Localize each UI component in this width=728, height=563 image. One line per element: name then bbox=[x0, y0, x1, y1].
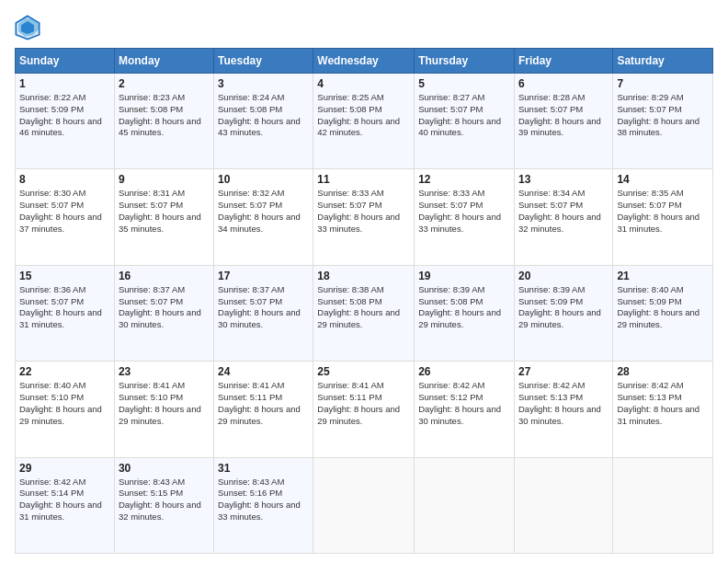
day-number: 11 bbox=[317, 173, 410, 186]
day-number: 16 bbox=[119, 270, 210, 282]
day-number: 15 bbox=[19, 270, 110, 282]
calendar-cell: 23 Sunrise: 8:41 AM Sunset: 5:10 PM Dayl… bbox=[114, 362, 213, 457]
day-info: Sunrise: 8:42 AM Sunset: 5:13 PM Dayligh… bbox=[617, 380, 709, 427]
day-number: 28 bbox=[617, 365, 709, 378]
calendar-cell: 28 Sunrise: 8:42 AM Sunset: 5:13 PM Dayl… bbox=[613, 362, 713, 457]
calendar-cell: 3 Sunrise: 8:24 AM Sunset: 5:08 PM Dayli… bbox=[214, 74, 313, 169]
day-number: 27 bbox=[518, 365, 609, 378]
day-info: Sunrise: 8:38 AM Sunset: 5:08 PM Dayligh… bbox=[317, 284, 410, 331]
calendar-cell: 31 Sunrise: 8:43 AM Sunset: 5:16 PM Dayl… bbox=[214, 457, 313, 553]
logo-icon bbox=[15, 15, 40, 40]
calendar-cell: 27 Sunrise: 8:42 AM Sunset: 5:13 PM Dayl… bbox=[514, 362, 612, 457]
day-number: 8 bbox=[19, 173, 110, 186]
calendar-week-4: 22 Sunrise: 8:40 AM Sunset: 5:10 PM Dayl… bbox=[16, 362, 713, 457]
page: SundayMondayTuesdayWednesdayThursdayFrid… bbox=[0, 0, 728, 563]
calendar-cell: 4 Sunrise: 8:25 AM Sunset: 5:08 PM Dayli… bbox=[313, 74, 415, 169]
day-number: 21 bbox=[617, 270, 709, 282]
calendar-week-2: 8 Sunrise: 8:30 AM Sunset: 5:07 PM Dayli… bbox=[16, 169, 713, 265]
day-number: 25 bbox=[317, 365, 410, 378]
weekday-sunday: Sunday bbox=[16, 49, 115, 74]
calendar-cell: 10 Sunrise: 8:32 AM Sunset: 5:07 PM Dayl… bbox=[214, 169, 313, 265]
calendar-header: SundayMondayTuesdayWednesdayThursdayFrid… bbox=[16, 49, 713, 74]
day-info: Sunrise: 8:27 AM Sunset: 5:07 PM Dayligh… bbox=[418, 92, 510, 139]
calendar-cell: 8 Sunrise: 8:30 AM Sunset: 5:07 PM Dayli… bbox=[16, 169, 115, 265]
day-info: Sunrise: 8:28 AM Sunset: 5:07 PM Dayligh… bbox=[518, 92, 609, 139]
calendar-cell bbox=[415, 457, 515, 553]
calendar-cell: 5 Sunrise: 8:27 AM Sunset: 5:07 PM Dayli… bbox=[415, 74, 515, 169]
day-info: Sunrise: 8:37 AM Sunset: 5:07 PM Dayligh… bbox=[119, 284, 210, 331]
day-info: Sunrise: 8:40 AM Sunset: 5:09 PM Dayligh… bbox=[617, 284, 709, 331]
day-number: 1 bbox=[19, 77, 110, 90]
day-number: 26 bbox=[418, 365, 510, 378]
day-number: 22 bbox=[19, 365, 110, 378]
calendar-cell: 9 Sunrise: 8:31 AM Sunset: 5:07 PM Dayli… bbox=[114, 169, 213, 265]
calendar-cell: 1 Sunrise: 8:22 AM Sunset: 5:09 PM Dayli… bbox=[16, 74, 115, 169]
day-info: Sunrise: 8:40 AM Sunset: 5:10 PM Dayligh… bbox=[19, 380, 110, 427]
day-info: Sunrise: 8:25 AM Sunset: 5:08 PM Dayligh… bbox=[317, 92, 410, 139]
day-info: Sunrise: 8:34 AM Sunset: 5:07 PM Dayligh… bbox=[518, 188, 609, 235]
calendar-cell: 30 Sunrise: 8:43 AM Sunset: 5:15 PM Dayl… bbox=[114, 457, 213, 553]
day-info: Sunrise: 8:43 AM Sunset: 5:16 PM Dayligh… bbox=[218, 477, 309, 523]
day-number: 7 bbox=[617, 77, 709, 90]
calendar-cell: 20 Sunrise: 8:39 AM Sunset: 5:09 PM Dayl… bbox=[514, 265, 612, 361]
day-info: Sunrise: 8:35 AM Sunset: 5:07 PM Dayligh… bbox=[617, 188, 709, 235]
weekday-monday: Monday bbox=[114, 49, 213, 74]
calendar-cell bbox=[613, 457, 713, 553]
day-info: Sunrise: 8:37 AM Sunset: 5:07 PM Dayligh… bbox=[218, 284, 309, 331]
day-info: Sunrise: 8:42 AM Sunset: 5:12 PM Dayligh… bbox=[418, 380, 510, 427]
calendar-cell: 18 Sunrise: 8:38 AM Sunset: 5:08 PM Dayl… bbox=[313, 265, 415, 361]
calendar-cell bbox=[313, 457, 415, 553]
calendar-week-1: 1 Sunrise: 8:22 AM Sunset: 5:09 PM Dayli… bbox=[16, 74, 713, 169]
calendar-cell: 25 Sunrise: 8:41 AM Sunset: 5:11 PM Dayl… bbox=[313, 362, 415, 457]
day-number: 23 bbox=[119, 365, 210, 378]
calendar-cell: 21 Sunrise: 8:40 AM Sunset: 5:09 PM Dayl… bbox=[613, 265, 713, 361]
calendar-cell: 14 Sunrise: 8:35 AM Sunset: 5:07 PM Dayl… bbox=[613, 169, 713, 265]
calendar-cell: 15 Sunrise: 8:36 AM Sunset: 5:07 PM Dayl… bbox=[16, 265, 115, 361]
calendar-week-3: 15 Sunrise: 8:36 AM Sunset: 5:07 PM Dayl… bbox=[16, 265, 713, 361]
day-info: Sunrise: 8:41 AM Sunset: 5:11 PM Dayligh… bbox=[218, 380, 309, 427]
day-number: 5 bbox=[418, 77, 510, 90]
day-number: 3 bbox=[218, 77, 309, 90]
day-info: Sunrise: 8:43 AM Sunset: 5:15 PM Dayligh… bbox=[119, 477, 210, 523]
weekday-tuesday: Tuesday bbox=[214, 49, 313, 74]
day-number: 30 bbox=[119, 462, 210, 475]
day-info: Sunrise: 8:29 AM Sunset: 5:07 PM Dayligh… bbox=[617, 92, 709, 139]
day-number: 19 bbox=[418, 270, 510, 282]
calendar-cell: 13 Sunrise: 8:34 AM Sunset: 5:07 PM Dayl… bbox=[514, 169, 612, 265]
calendar-table: SundayMondayTuesdayWednesdayThursdayFrid… bbox=[15, 48, 713, 554]
day-info: Sunrise: 8:31 AM Sunset: 5:07 PM Dayligh… bbox=[119, 188, 210, 235]
day-number: 10 bbox=[218, 173, 309, 186]
day-info: Sunrise: 8:39 AM Sunset: 5:08 PM Dayligh… bbox=[418, 284, 510, 331]
weekday-thursday: Thursday bbox=[415, 49, 515, 74]
day-number: 20 bbox=[518, 270, 609, 282]
weekday-friday: Friday bbox=[514, 49, 612, 74]
header bbox=[15, 15, 713, 40]
day-number: 6 bbox=[518, 77, 609, 90]
calendar-cell: 11 Sunrise: 8:33 AM Sunset: 5:07 PM Dayl… bbox=[313, 169, 415, 265]
weekday-header-row: SundayMondayTuesdayWednesdayThursdayFrid… bbox=[16, 49, 713, 74]
day-info: Sunrise: 8:32 AM Sunset: 5:07 PM Dayligh… bbox=[218, 188, 309, 235]
weekday-wednesday: Wednesday bbox=[313, 49, 415, 74]
day-info: Sunrise: 8:24 AM Sunset: 5:08 PM Dayligh… bbox=[218, 92, 309, 139]
calendar-cell: 17 Sunrise: 8:37 AM Sunset: 5:07 PM Dayl… bbox=[214, 265, 313, 361]
day-number: 29 bbox=[19, 462, 110, 475]
day-info: Sunrise: 8:41 AM Sunset: 5:10 PM Dayligh… bbox=[119, 380, 210, 427]
day-info: Sunrise: 8:30 AM Sunset: 5:07 PM Dayligh… bbox=[19, 188, 110, 235]
logo bbox=[15, 15, 44, 40]
day-info: Sunrise: 8:36 AM Sunset: 5:07 PM Dayligh… bbox=[19, 284, 110, 331]
day-info: Sunrise: 8:39 AM Sunset: 5:09 PM Dayligh… bbox=[518, 284, 609, 331]
weekday-saturday: Saturday bbox=[613, 49, 713, 74]
calendar-cell: 26 Sunrise: 8:42 AM Sunset: 5:12 PM Dayl… bbox=[415, 362, 515, 457]
calendar-cell: 2 Sunrise: 8:23 AM Sunset: 5:08 PM Dayli… bbox=[114, 74, 213, 169]
calendar-body: 1 Sunrise: 8:22 AM Sunset: 5:09 PM Dayli… bbox=[16, 74, 713, 554]
day-number: 12 bbox=[418, 173, 510, 186]
day-number: 13 bbox=[518, 173, 609, 186]
day-number: 31 bbox=[218, 462, 309, 475]
day-info: Sunrise: 8:22 AM Sunset: 5:09 PM Dayligh… bbox=[19, 92, 110, 139]
calendar-cell bbox=[514, 457, 612, 553]
calendar-cell: 16 Sunrise: 8:37 AM Sunset: 5:07 PM Dayl… bbox=[114, 265, 213, 361]
calendar-cell: 24 Sunrise: 8:41 AM Sunset: 5:11 PM Dayl… bbox=[214, 362, 313, 457]
calendar-cell: 6 Sunrise: 8:28 AM Sunset: 5:07 PM Dayli… bbox=[514, 74, 612, 169]
day-number: 14 bbox=[617, 173, 709, 186]
calendar-cell: 22 Sunrise: 8:40 AM Sunset: 5:10 PM Dayl… bbox=[16, 362, 115, 457]
